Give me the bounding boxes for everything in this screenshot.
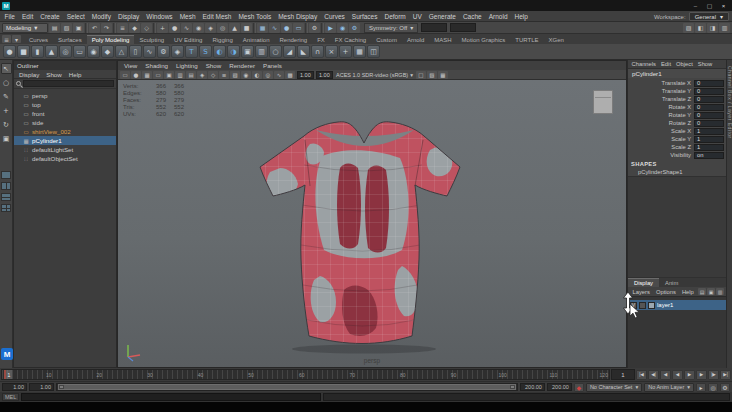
shelf-tab[interactable]: Sculpting (134, 36, 169, 44)
anti-alias-toggle-icon[interactable]: ▩ (285, 71, 295, 79)
polygon-cylinder-icon[interactable]: ▮ (31, 45, 44, 58)
ipr-render-icon[interactable]: ◉ (337, 23, 348, 33)
go-to-end-button[interactable]: ▶| (720, 370, 731, 380)
menu-item[interactable]: Edit Mesh (199, 13, 235, 20)
polygon-torus-icon[interactable]: ◎ (59, 45, 72, 58)
outliner-search-input[interactable] (23, 80, 114, 87)
paint-select-tool[interactable]: ✎ (1, 91, 12, 102)
polygon-pipe-icon[interactable]: ▯ (129, 45, 142, 58)
shelf-menu-icon[interactable]: ≡ (2, 35, 11, 43)
outliner-item[interactable]: ▭ side (14, 118, 116, 127)
polygon-pyramid-icon[interactable]: △ (115, 45, 128, 58)
select-mask-dynamics-icon[interactable]: ◎ (217, 23, 228, 33)
outliner-item[interactable]: ▭ persp (14, 91, 116, 100)
multi-cut-icon[interactable]: × (325, 45, 338, 58)
step-back-frame-button[interactable]: ◀ (660, 370, 671, 380)
outliner-item[interactable]: ▭ shirtView_002 (14, 127, 116, 136)
menu-item[interactable]: Generate (425, 13, 459, 20)
ao-toggle-icon[interactable]: ◎ (263, 71, 273, 79)
menu-item[interactable]: Help (511, 13, 531, 20)
menu-item[interactable]: Create (37, 13, 64, 20)
outliner-item[interactable]: ▭ front (14, 109, 116, 118)
outliner-item[interactable]: ∷ defaultObjectSet (14, 154, 116, 163)
range-slider-bar[interactable] (58, 384, 516, 390)
lasso-select-tool[interactable]: ○ (1, 77, 12, 88)
rotate-tool[interactable]: ↻ (1, 119, 12, 130)
viewport-canvas[interactable]: Verts: 366 366 Edges: 580 580 Faces: 279… (118, 80, 626, 367)
lighting-toggle-icon[interactable]: ◉ (241, 71, 251, 79)
step-forward-frame-button[interactable]: ▶ (696, 370, 707, 380)
channel-value-field[interactable]: 0 (694, 112, 724, 119)
minimize-button[interactable]: – (689, 1, 702, 10)
channel-value-field[interactable]: 1 (694, 144, 724, 151)
xray-toggle-icon[interactable]: ▧ (427, 71, 437, 79)
select-mask-joints-icon[interactable]: ● (169, 23, 180, 33)
animation-end-field[interactable]: 200.00 (547, 383, 572, 391)
channel-box-menu-item[interactable]: Object (674, 61, 696, 67)
quad-draw-icon[interactable]: ▦ (353, 45, 366, 58)
layout-single-pane-button[interactable] (1, 171, 11, 179)
status-icon[interactable] (113, 23, 116, 33)
menu-item[interactable]: Display (114, 13, 142, 20)
bevel-icon[interactable]: ◣ (297, 45, 310, 58)
status-icon[interactable] (85, 23, 88, 33)
menu-item[interactable]: File (1, 13, 18, 20)
menu-item[interactable]: Cache (459, 13, 485, 20)
menu-item[interactable]: Edit (18, 13, 36, 20)
polygon-sphere-icon[interactable]: ● (3, 45, 16, 58)
wireframe-on-shaded-icon[interactable]: ▦ (438, 71, 448, 79)
channel-box-toggle-icon[interactable]: ▥ (719, 23, 730, 33)
command-input[interactable] (21, 393, 321, 401)
layer-row[interactable]: V layer1 (628, 300, 726, 310)
menu-item[interactable]: Modify (88, 13, 114, 20)
viewport-menu-item[interactable]: View (120, 62, 141, 69)
shelf-tab[interactable]: FX (312, 36, 330, 44)
shelf-tab[interactable]: Custom (371, 36, 402, 44)
polygon-cone-icon[interactable]: ▲ (45, 45, 58, 58)
shelf-tab[interactable]: Motion Graphics (457, 36, 511, 44)
select-component-mode-icon[interactable]: ◇ (141, 23, 152, 33)
exposure-field[interactable]: 1.00 (297, 71, 314, 79)
shelf-tab[interactable]: FX Caching (330, 36, 371, 44)
layer-visibility-toggle[interactable]: V (630, 302, 637, 309)
snap-to-point-icon[interactable]: ● (281, 23, 292, 33)
outliner-item[interactable]: ▦ pCylinder1 (14, 136, 116, 145)
shelf-tab[interactable]: UV Editing (169, 36, 207, 44)
layer-editor-menu-item[interactable]: Help (679, 289, 696, 295)
shelf-tab[interactable]: TURTLE (510, 36, 543, 44)
menu-set-dropdown[interactable]: Modeling ▾ (2, 23, 48, 33)
workspace-dropdown[interactable]: General ▾ (689, 12, 729, 21)
hud-toggle-icon[interactable]: ≡ (219, 71, 229, 79)
attribute-editor-toggle-icon[interactable]: ◨ (707, 23, 718, 33)
sweep-mesh-icon[interactable]: S (199, 45, 212, 58)
new-layer-from-selected-icon[interactable]: ▣ (707, 288, 715, 295)
polygon-disc-icon[interactable]: ◉ (87, 45, 100, 58)
outliner-item[interactable]: ▭ top (14, 100, 116, 109)
polygon-helix-icon[interactable]: ∿ (143, 45, 156, 58)
shelf-tab[interactable]: Curves (24, 36, 53, 44)
viewport-menu-item[interactable]: Renderer (225, 62, 259, 69)
sidebar-tab-label[interactable]: Channel Box / Layer Editor (727, 66, 732, 139)
snap-to-plane-icon[interactable]: ▭ (293, 23, 304, 33)
playback-end-field[interactable]: 200.00 (520, 383, 545, 391)
extrude-icon[interactable]: ◢ (283, 45, 296, 58)
redo-icon[interactable]: ↷ (101, 23, 112, 33)
shelf-tab[interactable]: Poly Modeling (87, 35, 135, 44)
scale-tool[interactable]: ▣ (1, 133, 12, 144)
undo-icon[interactable]: ↶ (89, 23, 100, 33)
current-time-field[interactable]: 1 (611, 369, 635, 380)
layer-playback-toggle[interactable] (639, 302, 646, 309)
select-mask-curves-icon[interactable]: ∿ (181, 23, 192, 33)
polygon-type-icon[interactable]: T (185, 45, 198, 58)
shelf-tab[interactable]: Rendering (274, 36, 312, 44)
status-icon[interactable] (305, 23, 308, 33)
play-backwards-button[interactable]: ◀ (672, 370, 683, 380)
menu-item[interactable]: Mesh Display (275, 13, 321, 20)
channel-value-field[interactable]: 0 (694, 80, 724, 87)
hypershade-toggle-icon[interactable]: ◧ (695, 23, 706, 33)
resolution-gate-icon[interactable]: ▣ (164, 71, 174, 79)
channel-value-field[interactable]: 0 (694, 96, 724, 103)
close-button[interactable]: × (717, 1, 730, 10)
snap-to-curve-icon[interactable]: ∿ (269, 23, 280, 33)
polygon-soccer-ball-icon[interactable]: ◈ (171, 45, 184, 58)
